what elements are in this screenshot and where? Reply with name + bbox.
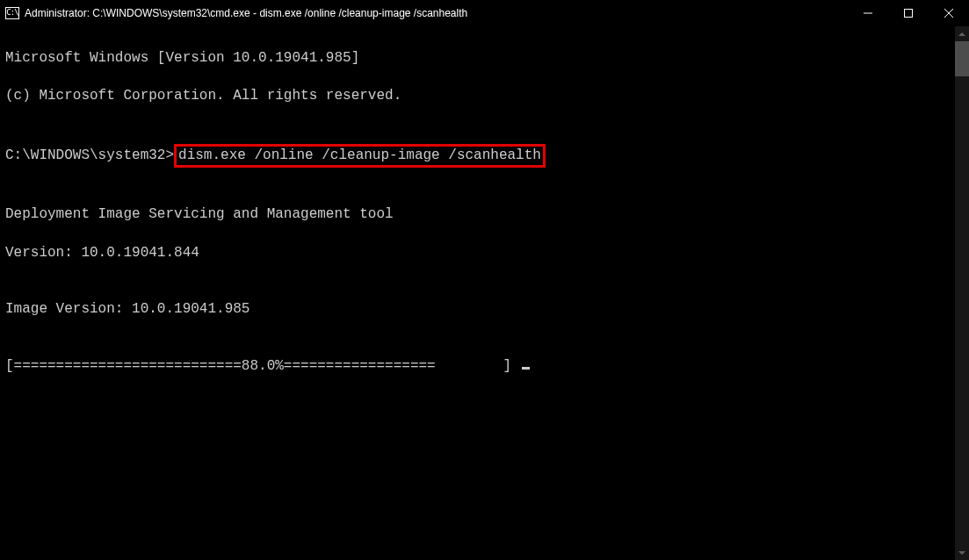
scroll-up-arrow-icon[interactable] (955, 26, 969, 41)
svg-marker-5 (958, 551, 965, 555)
cmd-icon: C:\ (5, 7, 19, 19)
svg-marker-4 (958, 32, 965, 36)
command-line: C:\WINDOWS\system32>dism.exe /online /cl… (5, 144, 964, 169)
copyright-line: (c) Microsoft Corporation. All rights re… (5, 87, 964, 106)
progress-bar-text: [===========================88.0%=======… (5, 358, 520, 374)
minimize-button[interactable] (848, 0, 888, 26)
window-controls (848, 0, 969, 26)
dism-tool-line: Deployment Image Servicing and Managemen… (5, 205, 964, 225)
vertical-scrollbar[interactable] (955, 26, 969, 560)
scroll-down-arrow-icon[interactable] (955, 545, 969, 560)
progress-line: [===========================88.0%=======… (5, 357, 964, 377)
window-title: Administrator: C:\WINDOWS\system32\cmd.e… (25, 7, 848, 19)
image-version-line: Image Version: 10.0.19041.985 (5, 300, 964, 319)
svg-rect-1 (905, 10, 913, 18)
window-titlebar: C:\ Administrator: C:\WINDOWS\system32\c… (0, 0, 969, 26)
terminal-cursor (522, 367, 530, 370)
close-button[interactable] (929, 0, 969, 26)
prompt-prefix: C:\WINDOWS\system32> (5, 147, 174, 163)
highlighted-command: dism.exe /online /cleanup-image /scanhea… (174, 144, 546, 169)
terminal-output[interactable]: Microsoft Windows [Version 10.0.19041.98… (0, 26, 969, 398)
maximize-button[interactable] (888, 0, 929, 26)
dism-version-line: Version: 10.0.19041.844 (5, 244, 964, 263)
scrollbar-thumb[interactable] (955, 41, 969, 76)
os-version-line: Microsoft Windows [Version 10.0.19041.98… (5, 49, 964, 68)
